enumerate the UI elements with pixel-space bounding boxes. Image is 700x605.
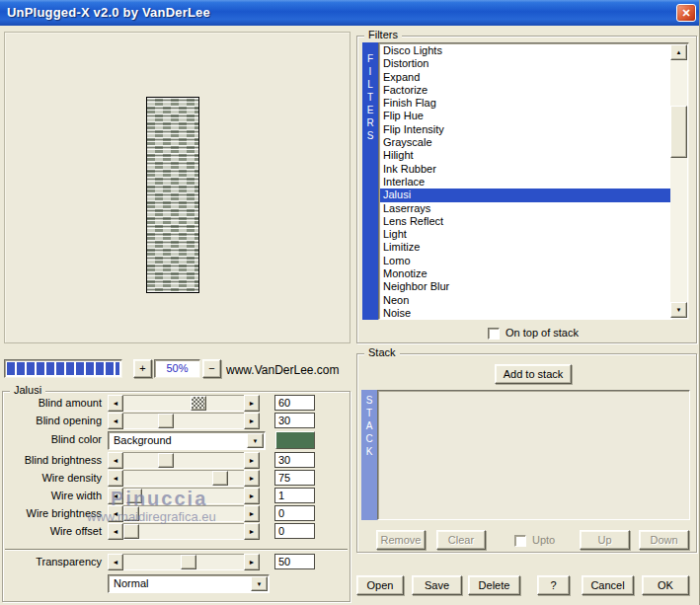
slider-thumb[interactable]: [158, 453, 174, 468]
param-slider[interactable]: ◄►: [108, 523, 260, 540]
ok-button[interactable]: OK: [642, 575, 689, 595]
filter-item[interactable]: Distortion: [380, 57, 672, 70]
filter-item[interactable]: Monotize: [380, 267, 672, 280]
filter-item[interactable]: Ink Rubber: [380, 163, 672, 176]
slider-thumb[interactable]: [123, 506, 139, 521]
slider-right-arrow[interactable]: ►: [244, 523, 260, 540]
on-top-of-stack-label[interactable]: On top of stack: [506, 327, 579, 339]
param-slider[interactable]: ◄►: [108, 505, 260, 522]
filter-item[interactable]: Finish Flag: [380, 97, 672, 110]
slider-right-arrow[interactable]: ►: [244, 395, 260, 412]
add-to-stack-button[interactable]: Add to stack: [495, 364, 572, 384]
param-value-field[interactable]: 0: [274, 523, 315, 539]
slider-thumb[interactable]: [191, 396, 206, 411]
slider-track[interactable]: [123, 413, 244, 429]
slider-left-arrow[interactable]: ◄: [108, 413, 123, 429]
slider-right-arrow[interactable]: ►: [244, 488, 260, 504]
param-slider[interactable]: ◄►: [108, 395, 260, 412]
delete-button[interactable]: Delete: [468, 575, 520, 595]
remove-button[interactable]: Remove: [376, 530, 426, 550]
arrow-left-icon: ◄: [113, 528, 119, 535]
dropdown-arrow-button[interactable]: ▼: [251, 576, 268, 591]
filter-item[interactable]: Factorize: [380, 84, 672, 97]
param-value-field[interactable]: 30: [274, 452, 315, 468]
down-button[interactable]: Down: [639, 530, 689, 550]
filter-item[interactable]: Flip Intensity: [380, 123, 672, 136]
slider-left-arrow[interactable]: ◄: [108, 554, 123, 570]
param-slider[interactable]: ◄►: [108, 413, 260, 429]
filter-item[interactable]: Expand: [380, 71, 672, 84]
preview-canvas[interactable]: [146, 97, 199, 293]
filter-item[interactable]: Limitize: [380, 241, 672, 254]
filter-item[interactable]: Flip Hue: [380, 110, 672, 122]
close-button[interactable]: ✕: [676, 4, 696, 22]
blind-color-swatch[interactable]: [275, 431, 315, 449]
filter-item[interactable]: Jalusi: [380, 189, 672, 201]
param-value-field[interactable]: 30: [274, 413, 315, 428]
param-value-field[interactable]: 75: [274, 470, 315, 486]
slider-left-arrow[interactable]: ◄: [108, 523, 123, 540]
filter-item[interactable]: Disco Lights: [380, 44, 672, 57]
slider-left-arrow[interactable]: ◄: [108, 470, 123, 487]
scrollbar-down-button[interactable]: ▼: [670, 302, 687, 318]
param-slider[interactable]: ◄►: [108, 554, 260, 570]
param-slider[interactable]: ◄►: [108, 452, 260, 469]
zoom-in-button[interactable]: +: [133, 359, 152, 378]
slider-track[interactable]: [123, 395, 244, 412]
open-button[interactable]: Open: [356, 575, 404, 595]
title-bar[interactable]: UnPlugged-X v2.0 by VanDerLee ✕: [0, 0, 700, 26]
slider-right-arrow[interactable]: ►: [244, 452, 260, 469]
filter-item[interactable]: Hilight: [380, 149, 672, 162]
slider-right-arrow[interactable]: ►: [244, 505, 260, 522]
on-top-of-stack-checkbox[interactable]: [488, 328, 500, 340]
param-slider[interactable]: ◄►: [108, 470, 260, 487]
slider-thumb[interactable]: [123, 524, 139, 539]
upto-label[interactable]: Upto: [532, 534, 555, 546]
clear-button[interactable]: Clear: [436, 530, 486, 550]
help-button[interactable]: ?: [537, 575, 570, 595]
param-value-field[interactable]: 60: [274, 395, 315, 411]
slider-thumb[interactable]: [158, 414, 174, 428]
slider-right-arrow[interactable]: ►: [244, 413, 260, 429]
scrollbar-up-button[interactable]: ▲: [670, 44, 687, 60]
blind-color-dropdown[interactable]: Background ▼: [108, 431, 266, 450]
filter-item[interactable]: Interlace: [380, 176, 672, 189]
slider-track[interactable]: [123, 505, 244, 522]
param-value-field[interactable]: 50: [274, 554, 315, 569]
filter-item[interactable]: Neighbor Blur: [380, 280, 672, 293]
blend-mode-dropdown[interactable]: Normal ▼: [108, 574, 270, 593]
slider-thumb[interactable]: [212, 471, 228, 486]
param-slider[interactable]: ◄►: [108, 488, 260, 504]
arrow-right-icon: ►: [249, 528, 256, 535]
slider-left-arrow[interactable]: ◄: [108, 488, 123, 504]
filter-item[interactable]: Laserrays: [380, 202, 672, 215]
slider-right-arrow[interactable]: ►: [244, 470, 260, 487]
filter-item[interactable]: Light: [380, 228, 672, 241]
slider-thumb[interactable]: [181, 555, 196, 569]
zoom-out-button[interactable]: −: [202, 359, 221, 378]
upto-checkbox[interactable]: [514, 535, 526, 547]
dropdown-arrow-button[interactable]: ▼: [247, 433, 264, 448]
param-label: Wire brightness: [3, 507, 102, 519]
slider-track[interactable]: [123, 523, 244, 540]
filter-item[interactable]: Grayscale: [380, 136, 672, 149]
slider-thumb[interactable]: [126, 489, 142, 503]
filter-item[interactable]: Neon: [380, 294, 672, 307]
slider-right-arrow[interactable]: ►: [244, 554, 260, 570]
param-value-field[interactable]: 0: [274, 505, 315, 521]
slider-left-arrow[interactable]: ◄: [108, 452, 123, 469]
filter-item[interactable]: Lens Reflect: [380, 215, 672, 228]
filter-item[interactable]: Lomo: [380, 255, 672, 267]
scrollbar-thumb[interactable]: [670, 106, 687, 158]
stack-list[interactable]: [377, 390, 690, 520]
filters-scrollbar[interactable]: ▲ ▼: [670, 44, 687, 318]
cancel-button[interactable]: Cancel: [582, 575, 634, 595]
filter-item[interactable]: Noise: [380, 307, 672, 320]
slider-track[interactable]: [123, 452, 244, 469]
up-button[interactable]: Up: [580, 530, 630, 550]
slider-left-arrow[interactable]: ◄: [108, 505, 123, 522]
slider-left-arrow[interactable]: ◄: [108, 395, 123, 412]
save-button[interactable]: Save: [412, 575, 462, 595]
param-value-field[interactable]: 1: [274, 488, 315, 503]
arrow-left-icon: ◄: [113, 400, 119, 407]
